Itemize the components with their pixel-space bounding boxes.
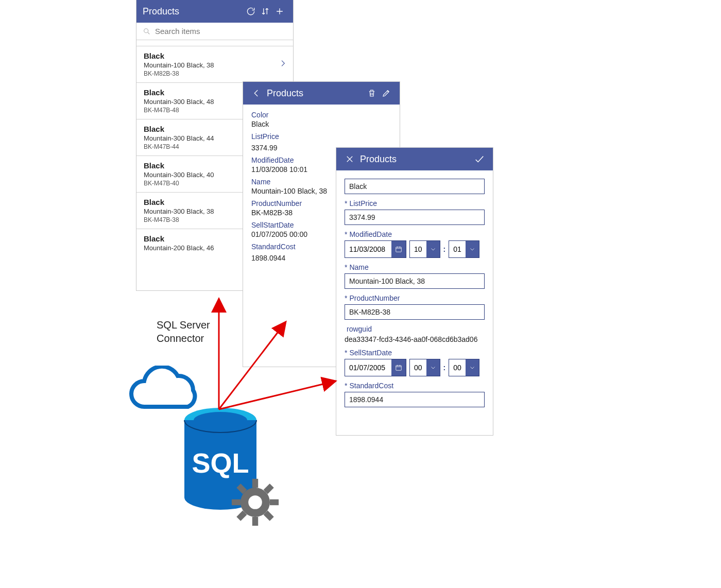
name-label: *Name — [345, 263, 485, 271]
modified-date-row: 11/03/2008 10 : 01 — [345, 240, 485, 258]
edit-body: *ListPrice *ModifiedDate 11/03/2008 10 :… — [336, 170, 493, 416]
edit-header: Products — [336, 148, 493, 170]
rowguid-value: dea33347-fcd3-4346-aa0f-068cd6b3ad06 — [345, 335, 485, 343]
edit-title: Products — [360, 154, 472, 165]
chevron-down-icon[interactable] — [466, 359, 479, 376]
modified-label: *ModifiedDate — [345, 230, 485, 238]
close-icon[interactable] — [342, 152, 357, 166]
chevron-right-icon — [279, 58, 287, 71]
productnum-field[interactable] — [345, 304, 485, 320]
rowguid-label: rowguid — [347, 325, 485, 333]
modified-minute-select[interactable]: 01 — [449, 240, 479, 258]
list-spacer — [136, 40, 293, 46]
svg-point-0 — [144, 28, 148, 32]
sellstart-minute-select[interactable]: 00 — [449, 359, 479, 376]
svg-rect-6 — [252, 479, 258, 488]
chevron-down-icon[interactable] — [426, 359, 440, 376]
detail-value-color: Black — [251, 120, 391, 128]
search-input[interactable] — [155, 27, 287, 36]
modified-hour-select[interactable]: 10 — [409, 240, 440, 258]
detail-label-listprice: ListPrice — [251, 132, 391, 141]
gear-icon — [231, 478, 280, 527]
svg-rect-7 — [252, 517, 258, 526]
sort-icon[interactable] — [258, 4, 272, 19]
item-sku: BK-M82B-38 — [144, 70, 286, 77]
stdcost-field[interactable] — [345, 392, 485, 407]
list-title: Products — [143, 6, 244, 17]
modified-date-picker[interactable]: 11/03/2008 — [345, 240, 406, 258]
productnum-label: *ProductNumber — [345, 294, 485, 302]
list-item[interactable]: Black Mountain-100 Black, 38 BK-M82B-38 — [136, 46, 293, 83]
search-icon — [143, 27, 151, 36]
list-header: Products — [136, 0, 293, 23]
sellstart-date-picker[interactable]: 01/07/2005 — [345, 359, 406, 376]
listprice-field[interactable] — [345, 210, 485, 225]
delete-icon[interactable] — [365, 86, 379, 100]
svg-rect-2 — [396, 366, 402, 370]
add-icon[interactable] — [272, 4, 287, 19]
sellstart-hour-select[interactable]: 00 — [409, 359, 440, 376]
edit-panel: Products *ListPrice *ModifiedDate 11/03/… — [336, 147, 493, 436]
svg-rect-9 — [270, 499, 279, 505]
chevron-down-icon[interactable] — [466, 241, 479, 257]
detail-title: Products — [267, 88, 365, 99]
calendar-icon[interactable] — [391, 241, 406, 257]
confirm-icon[interactable] — [472, 152, 487, 166]
detail-label-color: Color — [251, 111, 391, 119]
sql-text: SQL — [192, 447, 249, 478]
detail-header: Products — [243, 82, 400, 105]
calendar-icon[interactable] — [391, 359, 406, 376]
chevron-down-icon[interactable] — [426, 241, 440, 257]
svg-rect-1 — [396, 247, 402, 252]
item-color: Black — [144, 51, 286, 60]
sellstart-date-row: 01/07/2005 00 : 00 — [345, 359, 485, 376]
edit-icon[interactable] — [379, 86, 393, 100]
search-row[interactable] — [136, 23, 293, 40]
color-field[interactable] — [345, 179, 485, 194]
svg-point-14 — [248, 495, 262, 509]
time-colon: : — [443, 364, 446, 372]
sql-server-graphic: SQL — [118, 355, 283, 530]
listprice-label: *ListPrice — [345, 199, 485, 207]
name-field[interactable] — [345, 273, 485, 289]
sellstart-label: *SellStartDate — [345, 349, 485, 357]
svg-rect-8 — [232, 499, 241, 505]
connector-label: SQL Server Connector — [157, 318, 210, 345]
time-colon: : — [443, 245, 446, 253]
back-icon[interactable] — [249, 86, 264, 100]
stdcost-label: *StandardCost — [345, 382, 485, 390]
refresh-icon[interactable] — [244, 4, 258, 19]
item-name: Mountain-100 Black, 38 — [144, 61, 286, 69]
